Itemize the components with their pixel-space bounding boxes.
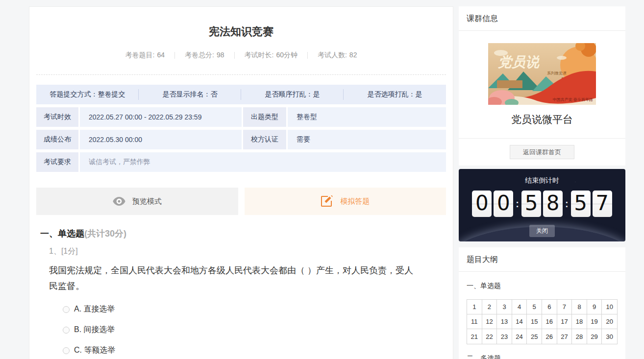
stat-participants: 考试人数:82 [318,51,357,60]
option-c[interactable]: C. 等额选举 [63,345,453,356]
question-number-cell[interactable]: 11 [467,314,482,329]
question-number-cell[interactable]: 7 [557,300,572,314]
question-outline-header: 题目大纲 [459,247,625,272]
outline-section-single-choice: 一、单选题 [467,282,618,290]
edit-pencil-icon [321,195,333,208]
countdown-close-button[interactable]: 关闭 [529,225,555,237]
question-number-cell[interactable]: 18 [572,314,587,329]
question-number-cell[interactable]: 1 [467,300,482,314]
course-title: 党员说微平台 [459,113,625,126]
question-number-cell[interactable]: 27 [557,329,572,344]
question-number-cell[interactable]: 9 [587,300,602,314]
school-cert-value: 需要 [288,130,446,149]
question-options: A. 直接选举 B. 间接选举 C. 等额选举 D. 民主选举 [63,304,453,359]
exam-settings-row: 答题提交方式：整卷提交 是否显示排名：否 是否顺序打乱：是 是否选项打乱：是 [36,85,446,104]
exam-info-grid: 考试时效 2022.05.27 00:00 - 2022.05.29 23:59… [36,107,446,172]
question-number-cell[interactable]: 10 [602,300,617,314]
score-publish-label: 成绩公布 [36,130,78,149]
school-cert-label: 校方认证 [243,130,286,149]
exam-requirement-label: 考试要求 [36,152,78,172]
dashed-divider [36,74,446,75]
flip-digit: 5 [521,191,541,217]
preview-mode-label: 预览模式 [132,197,162,206]
exam-validity-label: 考试时效 [36,107,78,127]
flip-digit: 8 [543,191,563,217]
question-number-score: 1、[1分] [49,246,453,257]
preview-mode-button[interactable]: 预览模式 [36,188,238,215]
exam-title: 宪法知识竞赛 [29,24,453,39]
digit-group-hours: 00 [472,191,513,217]
flip-digit: 7 [593,191,612,217]
question-number-cell[interactable]: 4 [512,300,527,314]
question-type-value: 整卷型 [288,107,446,127]
question-number-cell[interactable]: 12 [482,314,497,329]
simulate-answer-button[interactable]: 模拟答题 [245,188,446,215]
question-number-cell[interactable]: 29 [587,329,602,344]
outline-section-multi-choice: 二、多选题 [467,354,618,359]
question-number-cell[interactable]: 13 [497,314,512,329]
stat-duration: 考试时长:60分钟 [245,51,297,60]
stat-total-score: 考卷总分:98 [185,51,224,60]
question-number-cell[interactable]: 6 [542,300,557,314]
radio-icon[interactable] [63,327,70,334]
question-number-cell[interactable]: 30 [602,329,617,344]
option-b[interactable]: B. 间接选举 [63,325,453,335]
question-number-cell[interactable]: 22 [482,329,497,344]
question-number-cell[interactable]: 21 [467,329,482,344]
question-number-cell[interactable]: 17 [557,314,572,329]
question-number-cell[interactable]: 26 [542,329,557,344]
exam-info-table: 答题提交方式：整卷提交 是否显示排名：否 是否顺序打乱：是 是否选项打乱：是 考… [36,85,446,172]
setting-show-ranking: 是否显示排名：否 [139,85,241,104]
svg-text:党员说: 党员说 [497,54,540,70]
stat-separator [307,52,308,59]
radio-icon[interactable] [63,347,70,354]
question-number-cell[interactable]: 14 [512,314,527,329]
question-number-cell[interactable]: 8 [572,300,587,314]
score-publish-value: 2022.05.30 00:00 [80,130,242,149]
question-number-grid: 1234567891011121314151617181920212223242… [467,299,618,344]
divider [459,138,625,139]
radio-icon[interactable] [63,306,70,313]
question-number-cell[interactable]: 24 [512,329,527,344]
question-number-cell[interactable]: 19 [587,314,602,329]
question-number-cell[interactable]: 3 [497,300,512,314]
clock-colon: : [565,198,569,210]
digit-group-minutes: 58 [521,191,563,217]
course-info-panel: 课群信息 [459,6,625,166]
option-a[interactable]: A. 直接选举 [63,304,453,314]
question-number-cell[interactable]: 28 [572,329,587,344]
question-number-cell[interactable]: 2 [482,300,497,314]
back-to-course-home-button[interactable]: 返回课群首页 [510,145,574,159]
stat-separator [174,52,175,59]
question-number-cell[interactable]: 25 [527,329,542,344]
eye-icon [113,197,125,206]
question-number-cell[interactable]: 15 [527,314,542,329]
countdown-title: 结束倒计时 [459,176,625,185]
page: 宪法知识竞赛 考卷题目:64 考卷总分:98 考试时长:60分钟 考试人数:82… [0,0,644,359]
digit-group-seconds: 57 [571,191,612,217]
stat-question-count: 考卷题目:64 [125,51,165,60]
exam-validity-value: 2022.05.27 00:00 - 2022.05.29 23:59 [80,107,242,127]
exam-requirement-value: 诚信考试，严禁作弊 [80,152,446,172]
section-score-note: (共计30分) [84,229,126,239]
flip-digit: 0 [472,191,492,217]
question-number-cell[interactable]: 16 [542,314,557,329]
setting-submit-mode: 答题提交方式：整卷提交 [36,85,139,104]
flip-clock: 00:58:57 [459,191,625,217]
flip-digit: 5 [571,191,591,217]
mode-buttons: 预览模式 模拟答题 [36,188,446,215]
simulate-answer-label: 模拟答题 [340,197,370,206]
svg-text:系列微党课: 系列微党课 [547,71,567,75]
countdown-panel: 结束倒计时 00:58:57 关闭 [459,169,625,241]
section-heading-single-choice: 一、单选题(共计30分) [40,228,453,239]
exam-panel: 宪法知识竞赛 考卷题目:64 考卷总分:98 考试时长:60分钟 考试人数:82… [29,6,453,359]
stat-separator [234,52,235,59]
exam-stats: 考卷题目:64 考卷总分:98 考试时长:60分钟 考试人数:82 [29,51,453,60]
svg-text:中国共产党 奋斗百年路: 中国共产党 奋斗百年路 [553,97,593,102]
flip-digit: 0 [494,191,513,217]
question-number-cell[interactable]: 23 [497,329,512,344]
question-number-cell[interactable]: 5 [527,300,542,314]
clock-colon: : [516,198,519,210]
question-number-cell[interactable]: 20 [602,314,617,329]
course-banner-image[interactable]: 党员说 系列微党课 中国共产党 奋斗百年路 [488,43,596,105]
